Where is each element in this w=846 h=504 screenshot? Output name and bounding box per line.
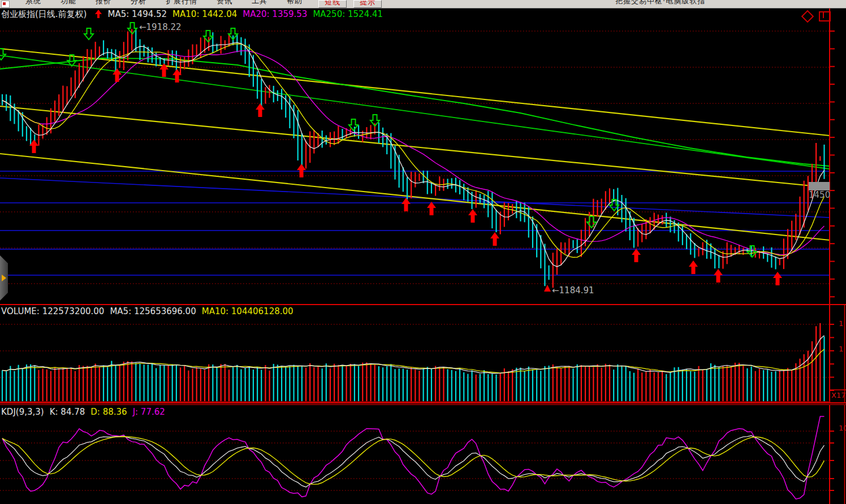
ma10-value[interactable]: MA10: 1442.04 — [172, 9, 237, 19]
ma250-value[interactable]: MA250: 1524.41 — [313, 9, 383, 19]
trading-terminal-window: 系统功能报价分析扩展行情资讯工具帮助 短线提示 把握交易中枢·电脑版软指 创业板… — [0, 0, 846, 504]
kdj-j-value: J: 77.62 — [133, 407, 165, 417]
hot-button-0[interactable]: 短线 — [318, 0, 347, 8]
kdj-chart-canvas[interactable] — [0, 405, 846, 504]
price-gridlines — [0, 31, 830, 284]
ma10-line — [2, 44, 824, 257]
menu-item-3[interactable]: 分析 — [121, 0, 156, 8]
menu-item-6[interactable]: 工具 — [242, 0, 277, 8]
pane-separator-2 — [0, 402, 846, 403]
kdj-k-line — [2, 436, 824, 487]
last-price-label: 1450 — [809, 190, 830, 200]
volume-axis-label-2: 1 — [839, 345, 846, 353]
menu-item-1[interactable]: 功能 — [51, 0, 86, 8]
kdj-k-value: K: 84.78 — [50, 407, 85, 417]
last-price-marker-box — [809, 182, 830, 190]
zoom-level-label: X17 — [831, 391, 846, 399]
volume-axis-label-1: 1 — [839, 319, 846, 328]
volume-bars — [2, 323, 825, 401]
volume-ma10-value[interactable]: MA10: 104406128.00 — [202, 306, 293, 316]
kdj-d-value: D: 88.36 — [90, 407, 127, 417]
price-chart-canvas[interactable] — [0, 8, 846, 305]
menu-item-0[interactable]: 系统 — [16, 0, 51, 8]
volume-chart-canvas[interactable] — [0, 305, 846, 402]
app-icon — [1, 1, 10, 8]
ma20-line — [2, 51, 824, 255]
pane-separator-2b — [0, 404, 846, 405]
kdj-j-line — [2, 416, 824, 499]
volume-value[interactable]: VOLUME: 122573200.00 — [1, 306, 104, 316]
ma20-value[interactable]: MA20: 1359.53 — [243, 9, 307, 19]
menu-item-2[interactable]: 报价 — [86, 0, 121, 8]
menu-bar: 系统功能报价分析扩展行情资讯工具帮助 短线提示 把握交易中枢·电脑版软指 — [0, 0, 846, 8]
up-trend-arrow-icon — [94, 10, 102, 18]
left-panel-expand-handle[interactable] — [0, 255, 8, 301]
kdj-gridlines — [0, 431, 830, 490]
symbol-title: 创业板指(日线.前复权) — [1, 9, 87, 19]
price-pane-header: 创业板指(日线.前复权)MA5: 1494.52MA10: 1442.04MA2… — [1, 9, 389, 20]
pane-separator-1 — [0, 304, 846, 305]
expand-arrow-icon — [2, 275, 6, 281]
volume-pane-header: VOLUME: 122573200.00MA5: 125653696.00MA1… — [1, 306, 299, 316]
menu-hot-buttons-group: 短线提示 — [315, 0, 385, 8]
hot-button-1[interactable]: 提示 — [353, 0, 382, 8]
kdj-axis — [830, 405, 845, 504]
menu-item-5[interactable]: 资讯 — [207, 0, 242, 8]
volume-ma5-value[interactable]: MA5: 125653696.00 — [110, 306, 196, 316]
menu-right-banner: 把握交易中枢·电脑版软指 — [615, 0, 705, 8]
menu-items-group: 系统功能报价分析扩展行情资讯工具帮助 — [16, 0, 312, 8]
kdj-axis-label-100: 100 — [839, 424, 846, 432]
kdj-pane-header: KDJ(9,3,3)K: 84.78D: 88.36J: 77.62 — [1, 407, 171, 417]
high-price-annotation: ←1918.22 — [139, 22, 182, 32]
split-window-icon[interactable] — [819, 11, 831, 21]
kdj-indicator-name[interactable]: KDJ(9,3,3) — [1, 407, 44, 417]
menu-item-4[interactable]: 扩展行情 — [156, 0, 207, 8]
green-trendline — [0, 55, 830, 169]
menu-item-7[interactable]: 帮助 — [277, 0, 312, 8]
low-price-annotation: ←1184.91 — [552, 285, 594, 296]
price-axis — [830, 8, 835, 305]
ma5-value[interactable]: MA5: 1494.52 — [107, 9, 167, 19]
